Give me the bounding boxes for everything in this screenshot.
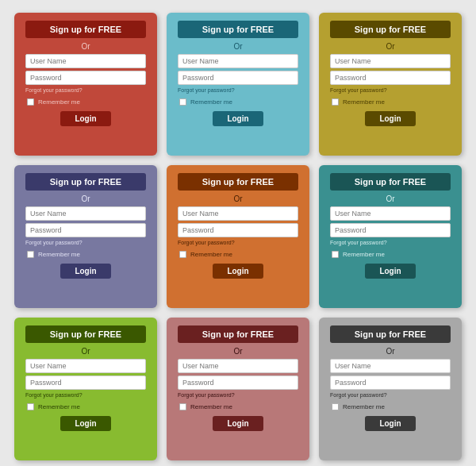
username-input[interactable]: [178, 54, 298, 68]
remember-me-label: Remember me: [190, 403, 232, 410]
card-red: Sign up for FREE Or Forgot your password…: [14, 13, 157, 156]
remember-me-row: Remember me: [330, 402, 451, 412]
forgot-password-link[interactable]: Forgot your password?: [178, 87, 298, 93]
username-input[interactable]: [330, 359, 451, 373]
remember-me-checkbox[interactable]: [179, 98, 186, 106]
or-text: Or: [233, 194, 242, 203]
remember-me-label: Remember me: [190, 98, 232, 106]
remember-me-row: Remember me: [330, 97, 451, 107]
remember-me-label: Remember me: [343, 251, 385, 258]
or-text: Or: [386, 194, 394, 203]
signup-button[interactable]: Sign up for FREE: [330, 325, 451, 343]
signup-button[interactable]: Sign up for FREE: [178, 173, 298, 191]
signup-button[interactable]: Sign up for FREE: [178, 325, 298, 343]
or-text: Or: [233, 347, 242, 356]
password-input[interactable]: [25, 375, 146, 390]
or-text: Or: [81, 194, 90, 203]
forgot-password-link[interactable]: Forgot your password?: [330, 87, 451, 93]
card-green: Sign up for FREE Or Forgot your password…: [14, 318, 157, 460]
card-olive: Sign up for FREE Or Forgot your password…: [319, 13, 462, 156]
or-text: Or: [386, 347, 394, 356]
username-input[interactable]: [25, 54, 146, 68]
or-text: Or: [81, 42, 90, 51]
password-input[interactable]: [330, 375, 451, 390]
forgot-password-link[interactable]: Forgot your password?: [178, 240, 298, 245]
remember-me-row: Remember me: [330, 249, 451, 260]
login-button[interactable]: Login: [213, 416, 263, 431]
remember-me-row: Remember me: [25, 97, 146, 107]
remember-me-checkbox[interactable]: [332, 403, 339, 410]
login-button[interactable]: Login: [60, 111, 110, 126]
remember-me-checkbox[interactable]: [27, 403, 34, 410]
signup-button[interactable]: Sign up for FREE: [25, 21, 146, 38]
forgot-password-link[interactable]: Forgot your password?: [25, 240, 146, 245]
username-input[interactable]: [178, 359, 298, 373]
remember-me-checkbox[interactable]: [332, 251, 339, 258]
password-input[interactable]: [178, 223, 298, 237]
login-button[interactable]: Login: [60, 264, 110, 279]
login-button[interactable]: Login: [213, 111, 263, 126]
forgot-password-link[interactable]: Forgot your password?: [330, 392, 451, 398]
signup-button[interactable]: Sign up for FREE: [25, 325, 146, 343]
card-orange: Sign up for FREE Or Forgot your password…: [167, 165, 309, 308]
login-button[interactable]: Login: [365, 264, 415, 279]
remember-me-checkbox[interactable]: [179, 251, 186, 258]
card-grid: Sign up for FREE Or Forgot your password…: [2, 0, 474, 466]
remember-me-label: Remember me: [38, 403, 80, 410]
forgot-password-link[interactable]: Forgot your password?: [178, 392, 298, 398]
username-input[interactable]: [25, 206, 146, 221]
or-text: Or: [233, 42, 242, 51]
password-input[interactable]: [25, 223, 146, 237]
password-input[interactable]: [178, 375, 298, 390]
remember-me-row: Remember me: [25, 249, 146, 260]
remember-me-label: Remember me: [190, 251, 232, 258]
forgot-password-link[interactable]: Forgot your password?: [25, 87, 146, 93]
forgot-password-link[interactable]: Forgot your password?: [25, 392, 146, 398]
password-input[interactable]: [330, 71, 451, 85]
card-gray: Sign up for FREE Or Forgot your password…: [319, 318, 462, 460]
remember-me-label: Remember me: [343, 98, 385, 106]
forgot-password-link[interactable]: Forgot your password?: [330, 240, 451, 245]
signup-button[interactable]: Sign up for FREE: [330, 21, 451, 38]
remember-me-label: Remember me: [38, 251, 80, 258]
login-button[interactable]: Login: [60, 416, 110, 431]
or-text: Or: [386, 42, 394, 51]
password-input[interactable]: [330, 223, 451, 237]
card-cyan: Sign up for FREE Or Forgot your password…: [167, 13, 309, 156]
remember-me-row: Remember me: [25, 402, 146, 412]
username-input[interactable]: [178, 206, 298, 221]
password-input[interactable]: [178, 71, 298, 85]
remember-me-row: Remember me: [178, 249, 298, 260]
card-teal: Sign up for FREE Or Forgot your password…: [319, 165, 462, 308]
remember-me-checkbox[interactable]: [27, 251, 34, 258]
username-input[interactable]: [330, 54, 451, 68]
card-rose: Sign up for FREE Or Forgot your password…: [167, 318, 309, 460]
username-input[interactable]: [25, 359, 146, 373]
remember-me-label: Remember me: [343, 403, 385, 410]
signup-button[interactable]: Sign up for FREE: [330, 173, 451, 191]
login-button[interactable]: Login: [213, 264, 263, 279]
signup-button[interactable]: Sign up for FREE: [25, 173, 146, 191]
username-input[interactable]: [330, 206, 451, 221]
or-text: Or: [81, 347, 90, 356]
remember-me-row: Remember me: [178, 97, 298, 107]
login-button[interactable]: Login: [365, 111, 415, 126]
card-slate: Sign up for FREE Or Forgot your password…: [14, 165, 157, 308]
remember-me-label: Remember me: [38, 98, 80, 106]
remember-me-checkbox[interactable]: [332, 98, 339, 106]
login-button[interactable]: Login: [365, 416, 415, 431]
remember-me-checkbox[interactable]: [179, 403, 186, 410]
signup-button[interactable]: Sign up for FREE: [178, 21, 298, 38]
remember-me-row: Remember me: [178, 402, 298, 412]
remember-me-checkbox[interactable]: [27, 98, 34, 106]
password-input[interactable]: [25, 71, 146, 85]
